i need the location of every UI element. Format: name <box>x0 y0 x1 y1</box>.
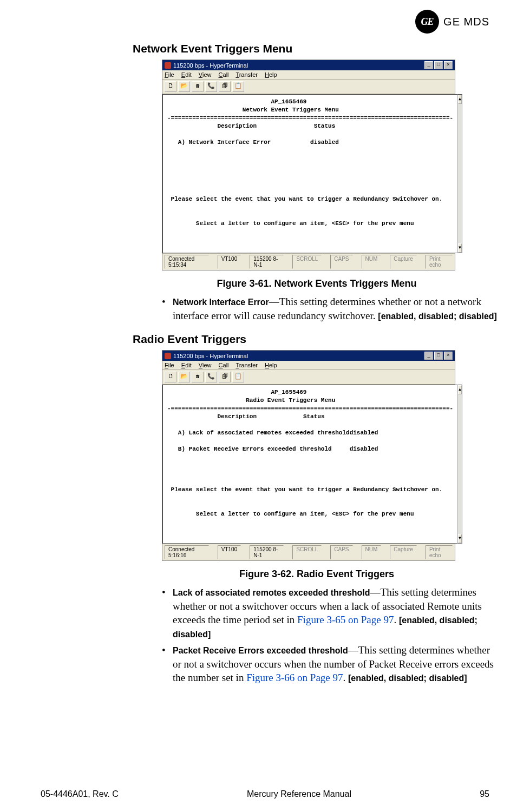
menu-file[interactable]: File <box>165 362 174 368</box>
footer-page-number: 95 <box>480 789 489 799</box>
scroll-up-icon[interactable]: ▲ <box>458 385 462 394</box>
bullet-text-2: . <box>394 614 399 625</box>
terminal-menubar: File Edit View Call Transfer Help <box>162 70 455 80</box>
menu-edit[interactable]: Edit <box>181 71 192 78</box>
terminal-statusbar: Connected 5:15:34 VT100 115200 8-N-1 SCR… <box>162 253 455 270</box>
footer-doc-id: 05-4446A01, Rev. C <box>41 789 119 799</box>
terminal-title: 115200 bps - HyperTerminal <box>173 62 248 69</box>
figure-3-61-caption: Figure 3-61. Network Events Triggers Men… <box>133 278 501 289</box>
bullet-lack-of-remotes: • Lack of associated remotes exceeded th… <box>162 585 501 641</box>
terminal-body: AP_1655469 Radio Event Triggers Menu -==… <box>162 385 457 544</box>
hangup-icon[interactable]: 📞 <box>205 81 217 92</box>
ap-id: AP_1655469 <box>271 98 306 105</box>
figure-3-61-terminal: 115200 bps - HyperTerminal _ □ × File Ed… <box>162 60 455 270</box>
col-description: Description <box>217 123 257 129</box>
prompt-configure: Select a letter to configure an item, <E… <box>196 220 414 227</box>
row-b: B) Packet Receive Errors exceeded thresh… <box>178 446 378 452</box>
status-conn: 115200 8-N-1 <box>250 255 284 269</box>
maximize-icon[interactable]: □ <box>434 352 443 360</box>
menu-view[interactable]: View <box>199 362 212 368</box>
menu-help[interactable]: Help <box>265 71 277 78</box>
scroll-down-icon[interactable]: ▼ <box>458 534 462 543</box>
call-icon[interactable]: ☎ <box>192 372 204 382</box>
status-scroll: SCROLL <box>292 545 322 559</box>
col-status: Status <box>303 413 325 420</box>
terminal-app-icon <box>165 353 171 359</box>
status-connected: Connected 5:15:34 <box>165 255 209 269</box>
close-icon[interactable]: × <box>444 352 453 360</box>
section-1-title: Network Event Triggers Menu <box>133 42 501 55</box>
menu-call[interactable]: Call <box>219 362 229 368</box>
status-caps: CAPS <box>330 545 352 559</box>
status-caps: CAPS <box>330 255 352 269</box>
properties-icon[interactable]: 📋 <box>232 81 244 92</box>
menu-file[interactable]: File <box>165 71 174 78</box>
open-icon[interactable]: 📂 <box>178 372 190 382</box>
minimize-icon[interactable]: _ <box>424 61 433 69</box>
row-a: A) Lack of associated remotes exceeded t… <box>178 430 378 436</box>
call-icon[interactable]: ☎ <box>192 81 204 92</box>
xref-figure-3-65[interactable]: Figure 3-65 on Page 97 <box>297 614 394 625</box>
bullet-options: [enabled, disabled; disabled] <box>348 674 467 683</box>
bullet-text-2: . <box>343 672 349 683</box>
send-icon[interactable]: 🗐 <box>219 372 231 382</box>
xref-figure-3-66[interactable]: Figure 3-66 on Page 97 <box>246 672 343 683</box>
prompt-select-event: Please select the event that you want to… <box>171 196 443 202</box>
menu-transfer[interactable]: Transfer <box>235 71 258 78</box>
new-icon[interactable]: 🗋 <box>165 81 176 92</box>
menu-call[interactable]: Call <box>219 71 229 78</box>
divider-line: -=======================================… <box>167 405 453 412</box>
terminal-title: 115200 bps - HyperTerminal <box>173 353 248 359</box>
send-icon[interactable]: 🗐 <box>219 81 231 92</box>
footer-doc-title: Mercury Reference Manual <box>247 789 351 799</box>
menu-view[interactable]: View <box>199 71 212 78</box>
status-num: NUM <box>362 545 382 559</box>
terminal-toolbar: 🗋 📂 ☎ 📞 🗐 📋 <box>162 370 455 385</box>
prompt-select-event: Please select the event that you want to… <box>171 486 443 493</box>
status-conn: 115200 8-N-1 <box>250 545 284 559</box>
ge-monogram: GE <box>421 16 434 28</box>
hangup-icon[interactable]: 📞 <box>205 372 217 382</box>
bullet-label: Lack of associated remotes exceeded thre… <box>173 588 370 597</box>
bullet-packet-receive-errors: • Packet Receive Errors exceeded thresho… <box>162 643 501 685</box>
status-termtype: VT100 <box>218 545 241 559</box>
status-capture: Capture <box>390 255 417 269</box>
terminal-app-icon <box>165 62 171 69</box>
properties-icon[interactable]: 📋 <box>232 372 244 382</box>
bullet-marker-icon: • <box>162 585 173 641</box>
menu-edit[interactable]: Edit <box>181 362 192 368</box>
maximize-icon[interactable]: □ <box>434 61 443 69</box>
status-echo: Print echo <box>426 545 453 559</box>
minimize-icon[interactable]: _ <box>424 352 433 360</box>
bullet-label: Network Interface Error <box>173 298 269 307</box>
status-connected: Connected 5:16:16 <box>165 545 209 559</box>
ap-id: AP_1655469 <box>271 389 306 395</box>
bullet-label: Packet Receive Errors exceeded threshold <box>173 646 348 655</box>
status-capture: Capture <box>390 545 417 559</box>
status-num: NUM <box>362 255 382 269</box>
bullet-marker-icon: • <box>162 295 173 323</box>
section-2-title: Radio Event Triggers <box>133 333 501 346</box>
status-echo: Print echo <box>426 255 453 269</box>
page-footer: 05-4446A01, Rev. C Mercury Reference Man… <box>41 789 489 799</box>
col-description: Description <box>217 413 257 420</box>
terminal-scrollbar[interactable]: ▲ ▼ <box>457 94 462 253</box>
status-termtype: VT100 <box>218 255 241 269</box>
figure-3-62-caption: Figure 3-62. Radio Event Triggers <box>133 569 501 580</box>
header-logo: GE GE MDS <box>415 10 489 34</box>
col-status: Status <box>314 123 336 129</box>
menu-transfer[interactable]: Transfer <box>235 362 258 368</box>
scroll-down-icon[interactable]: ▼ <box>458 243 462 253</box>
ge-logo-text: GE MDS <box>443 16 489 28</box>
menu-help[interactable]: Help <box>265 362 277 368</box>
divider-line: -=======================================… <box>167 115 453 121</box>
terminal-body: AP_1655469 Network Event Triggers Menu -… <box>162 94 457 253</box>
scroll-up-icon[interactable]: ▲ <box>458 95 462 104</box>
menu-title: Network Event Triggers Menu <box>243 107 339 113</box>
row-a: A) Network Interface Error disabled <box>178 139 339 146</box>
terminal-scrollbar[interactable]: ▲ ▼ <box>457 385 462 544</box>
close-icon[interactable]: × <box>444 61 453 69</box>
open-icon[interactable]: 📂 <box>178 81 190 92</box>
new-icon[interactable]: 🗋 <box>165 372 176 382</box>
bullet-network-interface-error: • Network Interface Error—This setting d… <box>162 295 501 323</box>
